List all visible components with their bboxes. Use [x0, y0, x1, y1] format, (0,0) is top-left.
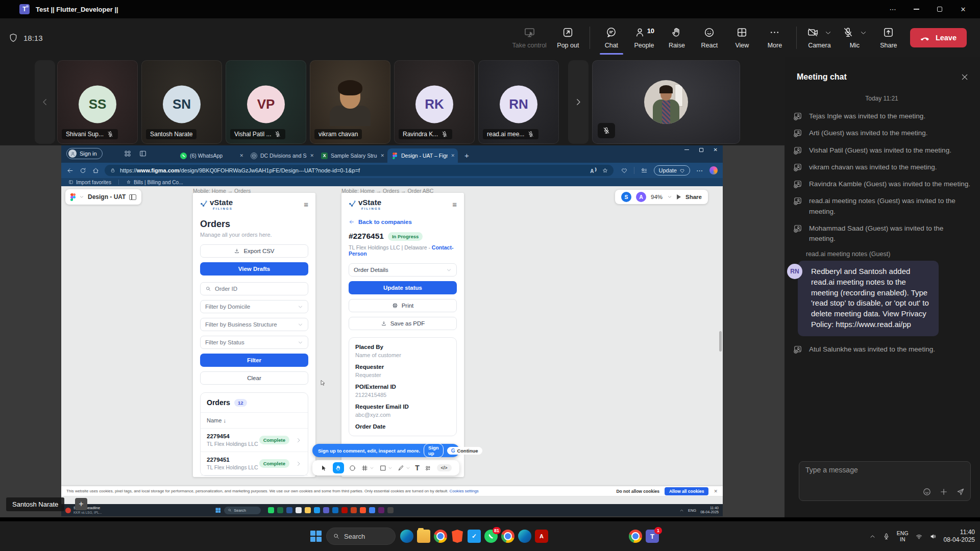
camera-dropdown-chevron-icon: [824, 29, 832, 37]
chat-event-text: vikram chavan was invited to the meeting…: [809, 162, 937, 172]
taskbar-edge-icon[interactable]: [400, 530, 413, 543]
toolbar-chat-button[interactable]: Chat: [600, 18, 623, 57]
participant-name-label: vikram chavan: [314, 129, 362, 139]
window-title: Test || Flutter_Developer ||: [36, 6, 118, 13]
participant-name-label: Shivani Sup...: [62, 129, 118, 139]
toolbar-people-label: People: [634, 42, 654, 49]
taskbar-chrome-canary-icon[interactable]: [629, 530, 642, 543]
close-chat-icon[interactable]: [961, 73, 969, 81]
participants-scroll-left-button[interactable]: [35, 60, 55, 144]
participant-tile-4[interactable]: vikram chavan: [310, 60, 390, 144]
taskbar-clock[interactable]: 11:4008-04-2025: [944, 529, 975, 544]
order-company: TL Flex Holdings LLC: [207, 464, 258, 470]
tray-chevron-up-icon[interactable]: [869, 533, 876, 540]
taskbar-chrome-profile-icon[interactable]: [501, 530, 514, 543]
participant-tile-6[interactable]: RNread.ai mee...: [478, 60, 559, 144]
toolbar-react-button[interactable]: React: [698, 18, 721, 57]
presenter-app-11-icon: [360, 507, 366, 513]
participant-name: Santosh Narate: [150, 131, 192, 138]
vertical-tabs-icon: [139, 149, 147, 158]
emoji-icon[interactable]: [922, 487, 932, 496]
browser-minimize-icon: [684, 149, 689, 150]
window-minimize-button[interactable]: [904, 1, 928, 17]
toolbar-raise-label: Raise: [669, 42, 685, 49]
back-to-companies-link: Back to companies: [349, 219, 457, 225]
participant-tile-1[interactable]: SSShivani Sup...: [57, 60, 138, 144]
chat-event-text: read.ai meeting notes (Guest) was invite…: [809, 196, 971, 217]
toolbar-mic-label: Mic: [850, 42, 860, 49]
taskbar-brave-icon[interactable]: [451, 530, 464, 543]
send-icon[interactable]: [956, 487, 965, 496]
chevron-right-icon: [296, 461, 302, 467]
taskbar-edge-dev-icon[interactable]: [518, 530, 531, 543]
language-indicator[interactable]: ENGIN: [897, 530, 909, 542]
toolbar-raise-button[interactable]: Raise: [666, 18, 688, 57]
presenter-cursor-icon: [319, 379, 327, 387]
collaborator-avatar: S: [621, 192, 631, 202]
orders-subheading: Manage all your orders here.: [200, 232, 308, 238]
toolbar-people-button[interactable]: 10People: [633, 18, 655, 57]
chat-message-input[interactable]: [805, 466, 933, 474]
start-button[interactable]: [310, 531, 322, 542]
window-close-button[interactable]: ✕: [951, 1, 975, 17]
presenter-app-4-icon: [296, 507, 302, 513]
browser-signin-button: Sign in: [66, 148, 103, 159]
toolbar-leave-button[interactable]: Leave: [910, 28, 967, 47]
figma-topbar-pill: S A 94% Share: [615, 190, 708, 204]
taskbar-chrome-icon[interactable]: [434, 530, 447, 543]
tray-mic-icon[interactable]: [883, 533, 890, 540]
toolbar-camera-label: Camera: [808, 42, 830, 49]
orders-count-badge: 12: [234, 399, 247, 407]
participant-name: Shivani Sup...: [66, 131, 104, 138]
chat-compose-box[interactable]: [799, 461, 971, 501]
participant-tile-spotlight[interactable]: [592, 60, 740, 144]
filter-label: Filter by Business Structure: [205, 321, 277, 328]
toolbar-pop-out-button[interactable]: Pop out: [557, 18, 579, 57]
save-as-pdf-button: Save as PDF: [349, 317, 457, 330]
chevron-up-icon: [679, 508, 684, 513]
taskbar-vscode-icon[interactable]: ✓: [468, 530, 481, 543]
muted-mic-badge: [598, 123, 615, 138]
detail-value: abc@xyz.com: [355, 412, 450, 418]
wifi-icon[interactable]: [915, 533, 923, 540]
chat-event-7: Mohammad Saad (Guest) was invited to the…: [793, 223, 971, 244]
taskbar-file-explorer-icon[interactable]: [417, 530, 430, 543]
toolbar-more-button[interactable]: More: [764, 18, 786, 57]
toolbar-share-button[interactable]: Share: [877, 18, 900, 57]
toolbar-chat-label: Chat: [605, 42, 618, 49]
chat-event-6: read.ai meeting notes (Guest) was invite…: [793, 196, 971, 217]
close-icon: ✕: [714, 489, 718, 494]
chat-date-header: Today 11:21: [793, 95, 971, 102]
bookmark-icon: [126, 180, 131, 185]
taskbar-acrobat-icon[interactable]: A: [535, 530, 548, 543]
avatar: VP: [247, 85, 285, 123]
participant-tile-3[interactable]: VPVishal Patil ...: [226, 60, 306, 144]
window-maximize-button[interactable]: [928, 1, 951, 17]
participant-tile-2[interactable]: SNSantosh Narate: [141, 60, 222, 144]
taskbar-whatsapp-icon[interactable]: 81: [484, 530, 498, 543]
cookie-banner: This website uses cookies, pixel tags, a…: [61, 486, 723, 496]
taskbar-search-box[interactable]: Search: [326, 528, 396, 545]
chevron-down-icon: [298, 322, 303, 328]
attach-plus-icon[interactable]: [939, 487, 948, 496]
chevron-left-icon: [40, 97, 50, 107]
participant-tile-5[interactable]: RKRavindra K...: [394, 60, 475, 144]
participants-scroll-right-button[interactable]: [568, 60, 589, 144]
meeting-toolbar: 18:13 Take controlPop outChat10PeopleRai…: [0, 18, 980, 57]
zoom-in-button[interactable]: +: [75, 498, 87, 510]
person-add-icon: [793, 128, 803, 138]
react-icon: [703, 27, 715, 38]
shared-screen: Sign in (6) WhatsApp✕DC Divisions and Su…: [61, 145, 723, 516]
taskbar-teams-icon[interactable]: T1: [646, 530, 659, 543]
title-bar: T Test || Flutter_Developer || ⋯ ✕: [0, 0, 980, 18]
toolbar-view-button[interactable]: View: [731, 18, 753, 57]
toolbar-share-label: Share: [880, 42, 897, 49]
toolbar-mic-button[interactable]: Mic: [842, 18, 867, 57]
chat-event-2: Arti (Guest) was invited to the meeting.: [793, 128, 971, 138]
pen-tool-icon: [397, 464, 405, 472]
toolbar-camera-button[interactable]: Camera: [807, 18, 832, 57]
volume-icon[interactable]: [929, 533, 937, 540]
window-more-button[interactable]: ⋯: [881, 1, 904, 17]
system-tray: ENGIN 11:4008-04-2025: [869, 521, 975, 551]
toolbar-take-control-label: Take control: [512, 42, 546, 49]
